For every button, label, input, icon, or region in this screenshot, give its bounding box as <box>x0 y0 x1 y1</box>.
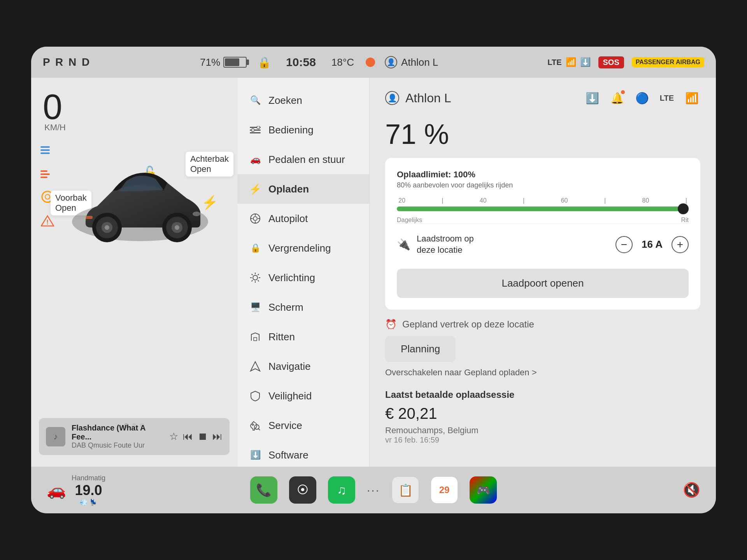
battery-percent: 71% <box>200 56 220 68</box>
lte-section: LTE 📶 ⬇️ <box>547 57 590 67</box>
lock-icon: 🔒 <box>258 56 271 69</box>
bluetooth-icon[interactable]: 🔵 <box>633 89 651 107</box>
battery-indicator: 71% <box>200 56 247 68</box>
calendar-icon: 29 <box>439 485 450 495</box>
prev-button[interactable]: ⏮ <box>183 430 193 443</box>
calendar-app-button[interactable]: 29 <box>431 476 458 504</box>
camera-app-button[interactable]: ⦿ <box>289 476 316 504</box>
taskbar: 🚗 Handmatig 19.0 💨 💺 📞 ⦿ ♫ ··· <box>31 467 716 513</box>
speed-display: 0 <box>43 89 226 124</box>
download-header-icon[interactable]: ⬇️ <box>584 89 601 107</box>
screen-bezel: P R N D 71% 🔒 10:58 18°C 👤 Athlon L LTE … <box>31 47 716 513</box>
scherm-icon: 🖥️ <box>249 301 261 313</box>
slider-thumb[interactable] <box>678 203 689 214</box>
charge-card: Oplaadlimiet: 100% 80% aanbevolen voor d… <box>385 158 700 310</box>
notification-icon[interactable]: 🔔 <box>608 89 626 107</box>
svg-line-38 <box>258 280 259 282</box>
navigatie-icon <box>249 360 261 373</box>
stop-button[interactable]: ⏹ <box>198 430 208 443</box>
svg-point-25 <box>251 129 254 132</box>
svg-point-32 <box>253 275 258 280</box>
svg-rect-2 <box>40 152 50 154</box>
menu-item-vergrendeling[interactable]: 🔒 Vergrendeling <box>237 233 369 263</box>
arcade-app-button[interactable]: 🎮 <box>470 476 497 504</box>
menu-item-autopilot[interactable]: Autopilot <box>237 204 369 233</box>
driver-name-header: 👤 Athlon L <box>385 91 451 105</box>
svg-point-18 <box>175 225 179 230</box>
phone-app-button[interactable]: 📞 <box>250 476 277 504</box>
menu-item-software[interactable]: ⬇️ Software <box>237 440 369 467</box>
taskbar-center: 📞 ⦿ ♫ ··· 📋 29 🎮 <box>210 476 537 504</box>
menu-item-pedalen[interactable]: 🚗 Pedalen en stuur <box>237 145 369 174</box>
planning-button[interactable]: Planning <box>385 336 456 362</box>
switch-to-planned-link[interactable]: Overschakelen naar Gepland opladen > <box>385 368 700 378</box>
charging-controls: − 16 A + <box>615 236 689 253</box>
menu-item-navigatie[interactable]: Navigatie <box>237 352 369 381</box>
prnd-indicator: P R N D <box>43 56 91 68</box>
menu-label-veiligheid: Veiligheid <box>268 390 312 402</box>
signal-header-icon: 📶 <box>683 89 700 107</box>
driver-name: Athlon L <box>405 91 451 105</box>
taskbar-car-icon[interactable]: 🚗 <box>47 481 66 499</box>
lte-header-icon: LTE <box>658 89 675 107</box>
open-port-button[interactable]: Laadpoort openen <box>397 269 689 298</box>
music-bar: ♪ Flashdance (What A Fee... DAB Qmusic F… <box>39 418 230 455</box>
notes-app-button[interactable]: 📋 <box>392 476 419 504</box>
svg-point-14 <box>105 225 109 230</box>
notes-icon: 📋 <box>398 483 413 497</box>
menu-item-bediening[interactable]: Bediening <box>237 115 369 145</box>
svg-rect-3 <box>40 170 47 172</box>
menu-item-verlichting[interactable]: Verlichting <box>237 263 369 292</box>
volume-mute-icon[interactable]: 🔇 <box>683 482 700 498</box>
car-illustration-area: VoorbakOpen AchterbakOpen 🔓 ⚡ <box>66 128 222 261</box>
more-apps-button[interactable]: ··· <box>367 483 380 497</box>
favorite-button[interactable]: ☆ <box>169 430 178 443</box>
verlichting-icon <box>249 271 261 284</box>
clock-icon: ⏰ <box>385 319 397 330</box>
svg-text:!: ! <box>46 219 48 226</box>
next-button[interactable]: ⏭ <box>212 430 223 443</box>
spotify-app-button[interactable]: ♫ <box>328 476 355 504</box>
increase-current-button[interactable]: + <box>672 236 689 253</box>
trip-label: Rit <box>681 217 689 224</box>
lights-icon[interactable] <box>39 140 56 157</box>
charge-percent: 71 % <box>385 118 700 150</box>
battery-fill <box>225 58 239 66</box>
menu-panel: 🔍 Zoeken Bediening <box>237 78 370 467</box>
main-content: 0 KM/H <box>31 78 716 467</box>
charge-slider-track[interactable] <box>397 206 689 211</box>
spotify-icon: ♫ <box>337 483 346 497</box>
menu-item-ritten[interactable]: Ritten <box>237 322 369 352</box>
menu-item-service[interactable]: Service <box>237 411 369 440</box>
decrease-current-button[interactable]: − <box>615 236 633 253</box>
svg-rect-20 <box>86 216 93 219</box>
driver-info: 👤 Athlon L <box>385 56 438 68</box>
time-display: 10:58 <box>286 56 316 69</box>
pedalen-icon: 🚗 <box>249 153 261 166</box>
brake-icon[interactable] <box>39 164 56 181</box>
software-icon: ⬇️ <box>249 449 261 461</box>
svg-line-37 <box>252 274 253 275</box>
last-session-title: Laatst betaalde oplaadsessie <box>385 389 700 400</box>
current-label: Laadstroom opdeze locatie <box>417 233 609 256</box>
notification-dot <box>621 90 625 94</box>
menu-item-veiligheid[interactable]: Veiligheid <box>237 381 369 411</box>
svg-rect-1 <box>40 149 50 151</box>
menu-item-scherm[interactable]: 🖥️ Scherm <box>237 292 369 322</box>
temp-mode-label: Handmatig <box>72 474 105 482</box>
menu-item-zoeken[interactable]: 🔍 Zoeken <box>237 86 369 115</box>
bediening-icon <box>249 124 261 136</box>
veiligheid-icon <box>249 390 261 402</box>
svg-rect-41 <box>254 338 257 341</box>
sos-button[interactable]: SOS <box>598 56 624 68</box>
scheduled-text: Gepland vertrek op deze locatie <box>402 319 534 330</box>
current-value: 16 A <box>640 238 664 250</box>
last-session-amount: € 20,21 <box>385 405 700 422</box>
charge-limit-label: Oplaadlimiet: 100% <box>397 170 689 180</box>
menu-item-opladen[interactable]: ⚡ Opladen <box>237 174 369 204</box>
left-icons: ! <box>39 140 56 229</box>
hvac-icons: 💨 💺 <box>80 499 97 506</box>
download-icon: ⬇️ <box>580 57 591 67</box>
charge-limit-sub: 80% aanbevolen voor dagelijks rijden <box>397 181 689 189</box>
last-session-date: vr 16 feb. 16:59 <box>385 436 700 444</box>
